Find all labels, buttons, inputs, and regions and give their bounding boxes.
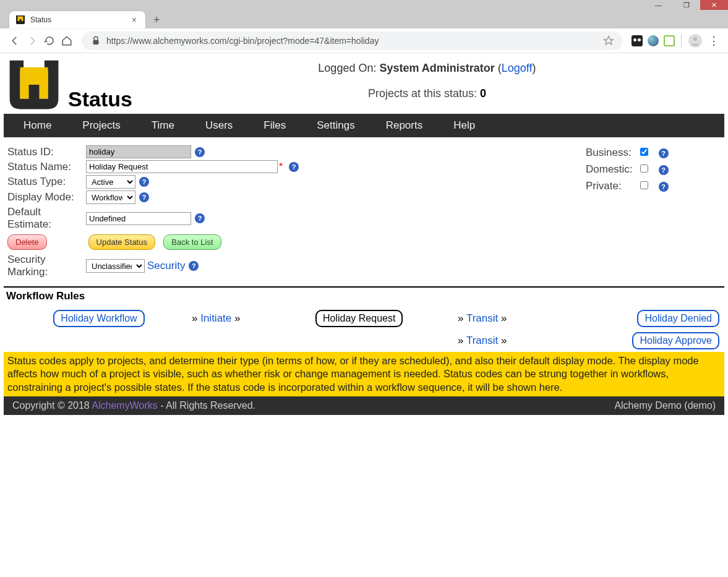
status-id-label: Status ID: bbox=[7, 146, 86, 158]
logoff-link[interactable]: Logoff bbox=[502, 62, 533, 74]
delete-button[interactable]: Delete bbox=[7, 234, 47, 250]
display-mode-select[interactable]: Workflow bbox=[86, 190, 135, 204]
favicon-icon bbox=[15, 15, 25, 25]
extension-icon[interactable] bbox=[648, 35, 659, 46]
info-banner: Status codes apply to projects, and dete… bbox=[4, 352, 724, 396]
address-bar[interactable]: https://www.alchemyworks.com/cgi-bin/pro… bbox=[82, 32, 623, 50]
browser-tab[interactable]: Status × bbox=[9, 11, 145, 28]
default-estimate-input[interactable] bbox=[86, 212, 191, 225]
nav-reports[interactable]: Reports bbox=[381, 114, 428, 137]
security-link[interactable]: Security bbox=[147, 260, 185, 272]
holiday-denied-pill[interactable]: Holiday Denied bbox=[637, 310, 719, 327]
help-icon[interactable]: ? bbox=[195, 213, 205, 223]
status-type-label: Status Type: bbox=[7, 176, 86, 188]
holiday-workflow-pill[interactable]: Holiday Workflow bbox=[53, 310, 144, 327]
page-title: Status bbox=[68, 87, 132, 111]
app-logo: Status bbox=[6, 57, 132, 113]
help-icon[interactable]: ? bbox=[195, 147, 205, 157]
help-icon[interactable]: ? bbox=[659, 182, 669, 192]
svg-point-3 bbox=[693, 37, 697, 41]
nav-help[interactable]: Help bbox=[448, 114, 480, 137]
help-icon[interactable]: ? bbox=[659, 165, 669, 175]
forward-icon bbox=[27, 35, 38, 46]
browser-tabstrip: Status × + bbox=[0, 10, 728, 28]
nav-settings[interactable]: Settings bbox=[312, 114, 359, 137]
display-mode-label: Display Mode: bbox=[7, 191, 86, 203]
initiate-link[interactable]: Initiate bbox=[200, 312, 231, 324]
reload-icon[interactable] bbox=[44, 35, 55, 46]
private-checkbox[interactable] bbox=[640, 181, 648, 189]
required-star: * bbox=[279, 161, 283, 173]
window-maximize-button[interactable]: ❐ bbox=[672, 0, 700, 10]
business-label: Business: bbox=[586, 145, 636, 160]
browser-tab-title: Status bbox=[30, 15, 129, 24]
update-status-button[interactable]: Update Status bbox=[88, 234, 155, 250]
help-icon[interactable]: ? bbox=[189, 261, 199, 271]
separator bbox=[681, 34, 682, 48]
security-marking-select[interactable]: Unclassified bbox=[86, 259, 145, 273]
svg-rect-5 bbox=[29, 85, 40, 106]
nav-users[interactable]: Users bbox=[200, 114, 238, 137]
new-tab-button[interactable]: + bbox=[153, 14, 160, 27]
back-to-list-button[interactable]: Back to List bbox=[163, 234, 221, 250]
help-icon[interactable]: ? bbox=[139, 192, 149, 202]
lock-icon bbox=[90, 35, 101, 46]
svg-rect-1 bbox=[20, 19, 22, 23]
private-label: Private: bbox=[586, 178, 636, 194]
security-marking-label: Security Marking: bbox=[7, 254, 86, 278]
status-name-input[interactable] bbox=[86, 160, 278, 173]
footer-right: Alchemy Demo (demo) bbox=[614, 400, 716, 411]
footer: Copyright © 2018 AlchemyWorks - All Righ… bbox=[4, 396, 724, 415]
default-estimate-label: Default Estimate: bbox=[7, 206, 86, 231]
logo-icon bbox=[6, 57, 62, 113]
domestic-label: Domestic: bbox=[586, 161, 636, 177]
back-icon[interactable] bbox=[9, 35, 20, 46]
transit-link[interactable]: Transit bbox=[466, 312, 498, 324]
window-close-button[interactable]: ✕ bbox=[700, 0, 728, 10]
nav-files[interactable]: Files bbox=[259, 114, 291, 137]
nav-projects[interactable]: Projects bbox=[77, 114, 125, 137]
main-nav: Home Projects Time Users Files Settings … bbox=[4, 114, 724, 137]
holiday-request-pill[interactable]: Holiday Request bbox=[315, 310, 403, 327]
home-icon[interactable] bbox=[61, 35, 72, 46]
help-icon[interactable]: ? bbox=[139, 177, 149, 187]
domestic-checkbox[interactable] bbox=[640, 165, 648, 173]
divider bbox=[4, 286, 724, 288]
help-icon[interactable]: ? bbox=[289, 162, 299, 172]
holiday-approve-pill[interactable]: Holiday Approve bbox=[632, 332, 719, 349]
extension-icon[interactable] bbox=[632, 35, 643, 46]
footer-brand-link[interactable]: AlchemyWorks bbox=[92, 400, 157, 411]
extension-icon[interactable] bbox=[664, 35, 675, 46]
tab-close-icon[interactable]: × bbox=[129, 15, 139, 25]
business-checkbox[interactable] bbox=[640, 148, 648, 156]
window-minimize-button[interactable]: — bbox=[644, 0, 672, 10]
session-info: Logged On: System Administrator (Logoff)… bbox=[132, 62, 722, 100]
profile-avatar[interactable] bbox=[688, 34, 702, 48]
workflow-rules-heading: Workflow Rules bbox=[6, 290, 722, 302]
kebab-menu-icon[interactable]: ⋮ bbox=[708, 34, 719, 48]
url-text: https://www.alchemyworks.com/cgi-bin/pro… bbox=[106, 36, 603, 46]
status-type-select[interactable]: Active bbox=[86, 175, 135, 189]
nav-home[interactable]: Home bbox=[19, 114, 56, 137]
help-icon[interactable]: ? bbox=[659, 148, 669, 158]
svg-rect-2 bbox=[93, 40, 99, 45]
transit-link[interactable]: Transit bbox=[466, 335, 498, 346]
nav-time[interactable]: Time bbox=[147, 114, 179, 137]
status-id-input bbox=[86, 145, 191, 158]
status-name-label: Status Name: bbox=[7, 161, 86, 173]
star-icon[interactable] bbox=[603, 35, 614, 46]
